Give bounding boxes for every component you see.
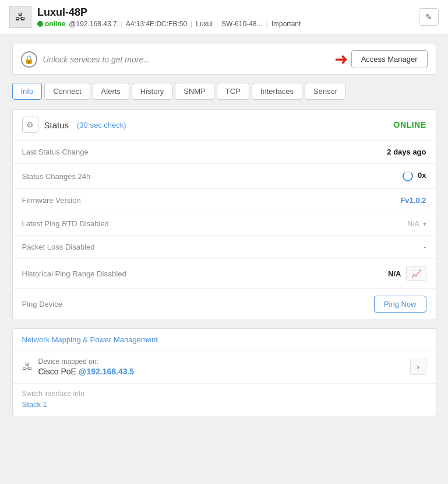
row-historical-ping: Historical Ping Range Disabled N/A 📈 xyxy=(13,259,436,289)
switch-info: Switch interface info Stack 1 xyxy=(13,383,436,416)
row-ping-device: Ping Device Ping Now xyxy=(13,289,436,320)
tab-sensor[interactable]: Sensor xyxy=(305,83,346,100)
gear-icon: ⚙ xyxy=(22,117,38,133)
na-container: N/A ▾ xyxy=(407,220,426,228)
historical-ping-label: Historical Ping Range Disabled xyxy=(22,269,389,278)
device-meta: online @192.168.43.7 | A4:13:4E:DC:FB:50… xyxy=(37,20,301,28)
chart-button[interactable]: 📈 xyxy=(406,266,426,281)
device-name: Luxul-48P xyxy=(37,6,301,19)
packet-loss-value: - xyxy=(424,243,426,251)
status-online: online xyxy=(37,20,65,28)
chevron-button[interactable]: › xyxy=(410,359,426,375)
last-status-label: Last Status Change xyxy=(22,148,387,156)
check-interval: (30 sec check) xyxy=(77,121,126,129)
device-icon: 🖧 xyxy=(9,6,31,28)
unlock-text: Unlock services to get more... xyxy=(43,55,329,64)
device-info: Luxul-48P online @192.168.43.7 | A4:13:4… xyxy=(37,6,301,28)
historical-ping-right: N/A 📈 xyxy=(388,266,426,281)
model: SW-610-48... xyxy=(221,20,262,28)
firmware-value: Fv1.0.2 xyxy=(400,196,426,205)
brand: Luxul xyxy=(196,20,213,28)
network-device-name: Cisco PoE @192.168.43.5 xyxy=(38,367,404,376)
switch-info-label: Switch interface info xyxy=(22,384,426,398)
important-tag: Important xyxy=(271,20,301,28)
access-manager-button[interactable]: Access Manager xyxy=(351,50,428,68)
edit-button[interactable]: ✎ xyxy=(419,8,439,26)
down-arrow-icon: ▾ xyxy=(423,220,426,228)
packet-loss-label: Packet Loss Disabled xyxy=(22,243,424,251)
tab-interfaces[interactable]: Interfaces xyxy=(252,83,302,100)
tab-snmp[interactable]: SNMP xyxy=(175,83,214,100)
lock-icon: 🔒 xyxy=(21,51,37,68)
ping-device-label: Ping Device xyxy=(22,300,374,308)
status-dot xyxy=(37,21,43,27)
device-mapped-label: Device mapped on: xyxy=(38,357,404,366)
ping-now-button[interactable]: Ping Now xyxy=(374,296,426,313)
row-ping-rtd: Latest Ping RTD Disabled N/A ▾ xyxy=(13,212,436,236)
status-online-value: ONLINE xyxy=(394,120,426,129)
row-status-changes: Status Changes 24h 0x xyxy=(13,164,436,189)
network-device-ip: @192.168.43.5 xyxy=(79,367,134,376)
tabs-bar: Info Connect Alerts History SNMP TCP Int… xyxy=(12,83,436,100)
network-device-row: 🖧 Device mapped on: Cisco PoE @192.168.4… xyxy=(13,350,436,383)
status-card-header: ⚙ Status (30 sec check) ONLINE xyxy=(13,110,436,141)
status-title: Status xyxy=(44,120,69,130)
ip-address: @192.168.43.7 xyxy=(69,20,117,28)
row-packet-loss: Packet Loss Disabled - xyxy=(13,236,436,259)
arrow-container: ➜ Access Manager xyxy=(334,50,428,68)
network-header-label: Network Mapping & Power Management xyxy=(22,335,158,344)
stack-label: Stack 1 xyxy=(22,400,426,409)
historical-ping-value: N/A xyxy=(388,269,401,278)
ping-rtd-label: Latest Ping RTD Disabled xyxy=(22,219,408,228)
status-changes-value: 0x xyxy=(403,171,426,181)
tab-info[interactable]: Info xyxy=(12,83,43,100)
poe-device-icon: 🖧 xyxy=(22,361,33,373)
tab-alerts[interactable]: Alerts xyxy=(93,83,129,100)
main-content: 🔒 Unlock services to get more... ➜ Acces… xyxy=(3,34,446,426)
status-changes-label: Status Changes 24h xyxy=(22,172,403,181)
red-arrow-icon: ➜ xyxy=(334,51,348,68)
network-section: Network Mapping & Power Management 🖧 Dev… xyxy=(12,328,436,416)
row-firmware: Firmware Version Fv1.0.2 xyxy=(13,189,436,212)
unlock-bar: 🔒 Unlock services to get more... ➜ Acces… xyxy=(12,44,436,75)
tab-connect[interactable]: Connect xyxy=(44,83,90,100)
network-device-info: Device mapped on: Cisco PoE @192.168.43.… xyxy=(38,357,404,376)
na-value: N/A xyxy=(407,220,419,228)
status-card: ⚙ Status (30 sec check) ONLINE Last Stat… xyxy=(12,109,436,320)
firmware-label: Firmware Version xyxy=(22,196,401,205)
network-header: Network Mapping & Power Management xyxy=(13,329,436,350)
mac-address: A4:13:4E:DC:FB:50 xyxy=(126,20,187,28)
edit-icon: ✎ xyxy=(425,12,432,22)
tab-history[interactable]: History xyxy=(132,83,172,100)
tab-tcp[interactable]: TCP xyxy=(217,83,249,100)
spinner-icon xyxy=(403,171,413,181)
last-status-value: 2 days ago xyxy=(387,148,426,156)
row-last-status-change: Last Status Change 2 days ago xyxy=(13,141,436,164)
header: 🖧 Luxul-48P online @192.168.43.7 | A4:13… xyxy=(0,0,448,34)
